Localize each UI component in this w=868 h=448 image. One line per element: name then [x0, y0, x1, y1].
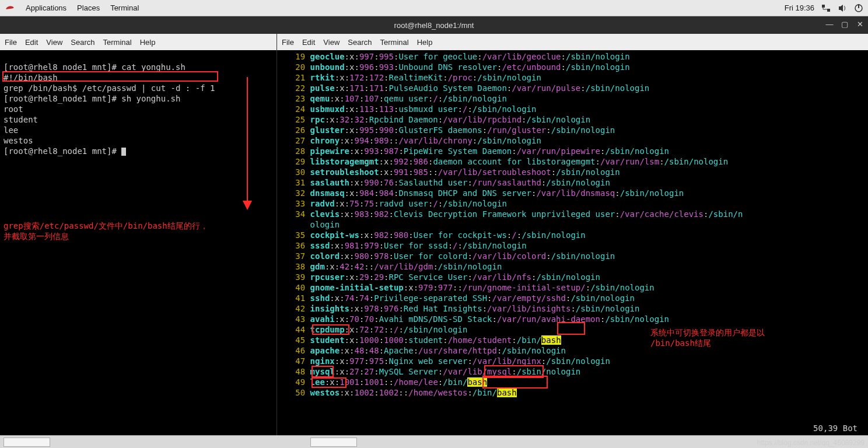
clock[interactable]: Fri 19:36: [785, 4, 814, 12]
window-buttons: — ▢ ✕: [825, 20, 864, 29]
power-icon[interactable]: [854, 4, 863, 13]
terminal-line: lee: [4, 125, 18, 135]
svg-rect-3: [858, 4, 859, 8]
vim-status: 50,39 Bot: [813, 424, 858, 433]
top-bar: Applications Places Terminal Fri 19:36: [0, 0, 868, 16]
window-title: root@rhel8_node1:/mnt: [394, 21, 474, 30]
terminal-line: root: [4, 104, 23, 114]
menu-terminal-item[interactable]: Terminal: [380, 38, 409, 47]
terminal-line: student: [4, 115, 38, 124]
menu-terminal[interactable]: Terminal: [110, 4, 139, 12]
workspace: root@rhel8_node1:/mnt — ▢ ✕ File Edit Vi…: [0, 16, 868, 435]
minimize-button[interactable]: —: [825, 20, 834, 29]
menu-file[interactable]: File: [5, 38, 17, 47]
terminal-line: grep /bin/bash$ /etc/passwd | cut -d : -…: [4, 83, 215, 93]
task-button[interactable]: [4, 438, 50, 447]
menu-edit[interactable]: Edit: [25, 38, 38, 47]
left-terminal[interactable]: [root@rhel8_node1 mnt]# cat yonghu.sh #!…: [0, 50, 276, 168]
menu-places[interactable]: Places: [77, 4, 100, 12]
left-menubar: File Edit View Search Terminal Help: [0, 34, 276, 50]
menu-view[interactable]: View: [323, 38, 340, 47]
left-pane: File Edit View Search Terminal Help [roo…: [0, 34, 277, 435]
topbar-left: Applications Places Terminal: [5, 3, 139, 13]
menu-help[interactable]: Help: [417, 38, 433, 47]
terminal-line: [root@rhel8_node1 mnt]# cat yonghu.sh: [4, 62, 186, 72]
topbar-right: Fri 19:36: [785, 4, 863, 13]
annotation-right: 系统中可切换登录的用户都是以 /bin/bash结尾: [650, 327, 765, 348]
watermark: https://blog.csdn.net/qq_46089299: [757, 439, 864, 447]
menu-search[interactable]: Search: [348, 38, 372, 47]
task-button[interactable]: [310, 438, 357, 447]
redhat-icon: [5, 3, 15, 13]
menu-view[interactable]: View: [46, 38, 62, 47]
network-icon[interactable]: [821, 4, 831, 13]
menu-file[interactable]: File: [282, 38, 294, 47]
close-button[interactable]: ✕: [855, 20, 864, 29]
menu-terminal-item[interactable]: Terminal: [103, 38, 132, 47]
terminal-line: #!/bin/bash: [4, 73, 58, 82]
terminal-line: [root@rhel8_node1 mnt]# sh yonghu.sh: [4, 94, 180, 103]
menu-edit[interactable]: Edit: [302, 38, 315, 47]
right-pane: File Edit View Search Terminal Help 19 g…: [277, 34, 868, 435]
window-titlebar[interactable]: root@rhel8_node1:/mnt — ▢ ✕: [0, 16, 868, 34]
terminal-line: [root@rhel8_node1 mnt]#: [4, 146, 126, 156]
panes: File Edit View Search Terminal Help [roo…: [0, 34, 868, 435]
menu-search[interactable]: Search: [71, 38, 94, 47]
cursor: [121, 148, 126, 156]
volume-icon[interactable]: [838, 4, 847, 13]
menu-applications[interactable]: Applications: [26, 4, 66, 12]
maximize-button[interactable]: ▢: [840, 20, 849, 29]
menu-help[interactable]: Help: [140, 38, 156, 47]
right-menubar: File Edit View Search Terminal Help: [277, 34, 868, 50]
svg-rect-0: [822, 5, 825, 8]
right-terminal[interactable]: 19 geoclue:x:997:995:User for geoclue:/v…: [277, 50, 868, 399]
taskbar: [0, 435, 868, 448]
terminal-line: westos: [4, 136, 33, 145]
annotation-left: grep搜索/etc/passwd/文件中/bin/bash结尾的行， 并截取第…: [4, 220, 208, 242]
